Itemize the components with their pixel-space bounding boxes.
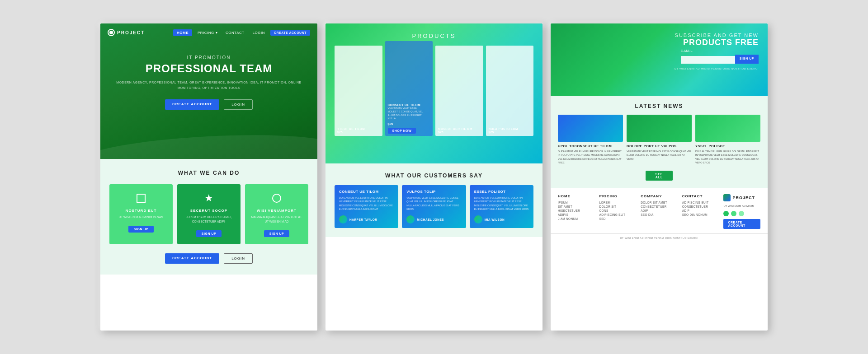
nav-contact-link[interactable]: CONTACT: [223, 29, 247, 36]
avatar-3: [474, 215, 482, 224]
nav-login-link[interactable]: LOGIN: [250, 29, 268, 36]
footer-col-pricing: PRICING LOREM DOLOR SIT CONS ADIPISCING …: [599, 194, 637, 229]
footer-section: HOME IPSUM SIT AMET HISECTETUER ADIPIS J…: [551, 188, 768, 233]
hero-create-button[interactable]: CREATE ACCOUNT: [165, 99, 219, 110]
logo-text: PROJECT: [117, 30, 145, 35]
logo-icon: [108, 29, 115, 36]
logo: PROJECT: [108, 29, 170, 36]
testimonial-author-1: HARPER TAYLOR: [339, 215, 394, 224]
product-price-1: $25: [337, 130, 380, 134]
footer-link-2-2[interactable]: ADIP: [641, 209, 678, 212]
footer-buttons: CREATE ACCOUNT LOGIN: [109, 253, 308, 264]
testimonial-title-2: VULPOS TOLIP: [406, 190, 461, 194]
footer-link-2-0[interactable]: DOLOR SIT AMET: [641, 201, 678, 204]
footer-link-2-3[interactable]: SEO DIA: [641, 213, 678, 216]
card-title-3: WISI VENIAMPORT: [250, 209, 304, 213]
footer-link-0-1[interactable]: SIT AMET: [558, 205, 595, 208]
testimonial-desc-1: DUIS AUTEM VEL EUM IRIURE DOLOR IN HENDR…: [339, 196, 394, 211]
product-price-4: $25: [489, 130, 531, 134]
products-section: PRODUCTS YTEUT UE TILOM $25 CONSEUT UE T…: [326, 23, 542, 163]
news-card-title-1: UPOL TOCONSEUT UE TILOM: [558, 144, 623, 148]
feature-card-1: NOSTURD EUT UT WISI ENIM AD MINIM VENAM …: [109, 184, 173, 244]
card-signup-button-2[interactable]: SIGN UP: [196, 230, 222, 237]
testimonial-desc-3: DUIS AUTEM VEL EUM IRIURE DOLOR IN HENDR…: [474, 196, 529, 211]
nav-create-button[interactable]: CREATE ACCOUNT: [270, 30, 310, 36]
footer-link-1-0[interactable]: LOREM: [599, 201, 637, 204]
footer-logo-text: PROJECT: [732, 196, 755, 200]
testimonial-desc-2: VULPUTATE VELIT ESSE MOLESTIE CONSE-QUAT…: [406, 196, 461, 211]
footer-link-0-3[interactable]: ADIPIS: [558, 213, 595, 216]
footer-link-2-1[interactable]: CONSECTETUER: [641, 205, 678, 208]
social-link-2[interactable]: [731, 211, 736, 216]
navbar: PROJECT HOME PRICING ▾ CONTACT LOGIN CRE…: [100, 23, 317, 42]
footer-link-0-0[interactable]: IPSUM: [558, 201, 595, 204]
testimonials-list: CONSEUT UE TILOM DUIS AUTEM VEL EUM IRIU…: [335, 185, 533, 228]
footer-link-0-4[interactable]: JIAM NONUM: [558, 217, 595, 220]
nav-pricing-link[interactable]: PRICING ▾: [195, 29, 220, 36]
social-links: [723, 211, 760, 216]
product-grid: YTEUT UE TILOM $25 CONSEUT UE TILOM VULP…: [335, 46, 533, 136]
footer-col-contact: CONTACT ADIPISCING EUIT CONSECTETUER ADI…: [682, 194, 719, 229]
social-link-3[interactable]: [739, 211, 744, 216]
footer-link-1-2[interactable]: CONS: [599, 209, 637, 212]
product-name-4: NULA POSTO LOM: [489, 127, 531, 130]
card-icon-3: [270, 191, 283, 205]
footer-link-1-3[interactable]: ADIPISCING ELIT: [599, 213, 637, 216]
footer-desc: UT WISI ENIM AD MINIM: [723, 204, 760, 208]
products-title: PRODUCTS: [335, 33, 533, 39]
footer-col-brand: PROJECT UT WISI ENIM AD MINIM CREATE ACC…: [723, 194, 760, 229]
hero-title: PROFESSIONAL TEAM: [109, 63, 308, 75]
product-info-3: MOSEUT UER TIL OM $25: [435, 125, 483, 136]
testimonial-2: VULPOS TOLIP VULPUTATE VELIT ESSE MOLEST…: [402, 185, 466, 228]
testimonial-author-2: MICHAEL JONES: [406, 215, 461, 224]
subscribe-section: SUBSCRIBE AND GET NEW PRODUCTS FREE E-MA…: [551, 23, 768, 96]
page-wrapper: PROJECT HOME PRICING ▾ CONTACT LOGIN CRE…: [0, 0, 868, 354]
hero-login-button[interactable]: LOGIN: [224, 99, 253, 110]
news-image-3: [695, 115, 760, 142]
card-desc-2: LOREM IPSUM DOLOR SIT AMET, CONSECTETUER…: [182, 215, 236, 224]
product-name-2: CONSEUT UE TILOM: [388, 103, 430, 107]
footer-login-button[interactable]: LOGIN: [224, 253, 253, 264]
signup-button[interactable]: SIGN UP: [735, 55, 759, 64]
subscribe-desc: UT WISI ENIM AD MINIM VENAM QUIS NOSTRUD…: [560, 67, 759, 70]
testimonial-author-3: MIA WILSON: [474, 215, 529, 224]
news-image-1: [558, 115, 623, 142]
footer-link-1-1[interactable]: DOLOR SIT: [599, 205, 637, 208]
news-card-1: UPOL TOCONSEUT UE TILOM DUIS AUTEM VEL E…: [558, 115, 623, 164]
shop-now-button[interactable]: SHOP NOW: [388, 128, 416, 134]
nav-links: HOME PRICING ▾ CONTACT LOGIN CREATE ACCO…: [173, 29, 310, 36]
email-input[interactable]: [681, 56, 735, 64]
feature-card-2: ★ SECERUT SOCOP LOREM IPSUM DOLOR SIT AM…: [177, 184, 241, 244]
hero-subtitle: IT PROMOTION: [109, 55, 308, 60]
email-label: E-MAIL: [681, 49, 693, 52]
news-image-2: [627, 115, 692, 142]
product-card-4: NULA POSTO LOM $25: [486, 46, 534, 136]
product-info-2: CONSEUT UE TILOM VULPUTATE VELIT ESSE MO…: [385, 101, 433, 136]
footer-link-0-2[interactable]: HISECTETUER: [558, 209, 595, 212]
footer-link-3-0[interactable]: ADIPISCING EUIT: [682, 201, 719, 204]
card-icon-2: ★: [202, 191, 216, 205]
subscribe-subtitle: SUBSCRIBE AND GET NEW: [560, 33, 759, 38]
footer-link-3-1[interactable]: CONSECTETUER: [682, 205, 719, 208]
see-all-button[interactable]: SEE ALL: [646, 171, 673, 181]
card-signup-button-3[interactable]: SIGN UP: [264, 230, 289, 237]
footer-col-title-home: HOME: [558, 194, 595, 198]
social-link-1[interactable]: [723, 211, 729, 216]
nav-home-button[interactable]: HOME: [173, 29, 192, 36]
card-signup-button-1[interactable]: SIGN UP: [128, 226, 154, 233]
footer-create-button[interactable]: CREATE ACCOUNT: [165, 253, 219, 264]
footer-col-title-contact: CONTACT: [682, 194, 719, 198]
footer-link-3-2[interactable]: ADIP: [682, 209, 719, 212]
card-title-2: SECERUT SOCOP: [182, 209, 236, 213]
news-card-desc-1: DUIS AUTEM VEL EUM IRIURE DOLOR IN HENDR…: [558, 149, 623, 164]
footer-create-button[interactable]: CREATE ACCOUNT: [723, 219, 760, 229]
footer-link-1-4[interactable]: SED: [599, 217, 637, 220]
news-card-desc-2: VULPUTATE VELIT ESSE MOLESTIE CONSE-QUAT…: [627, 149, 692, 161]
star-icon: ★: [204, 192, 213, 204]
screen-1: PROJECT HOME PRICING ▾ CONTACT LOGIN CRE…: [100, 23, 317, 331]
subscribe-title: PRODUCTS FREE: [560, 38, 759, 47]
footer-link-3-3[interactable]: SEO DIA NONUM: [682, 213, 719, 216]
news-grid: UPOL TOCONSEUT UE TILOM DUIS AUTEM VEL E…: [558, 115, 760, 164]
product-info-4: NULA POSTO LOM $25: [486, 125, 534, 136]
news-card-3: YSSEL POLISOT DUIS AUTEM VEL EUM IRIURE …: [695, 115, 760, 164]
